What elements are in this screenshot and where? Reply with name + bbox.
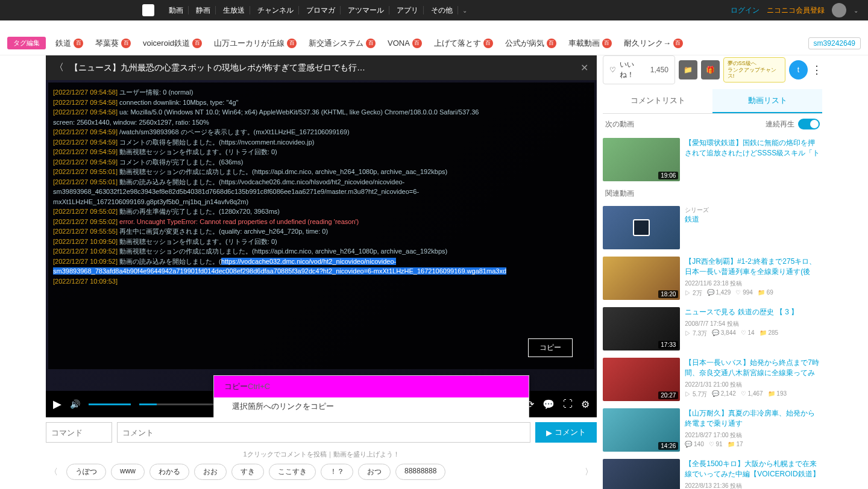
stack-icon [633, 219, 650, 236]
chevron-down-icon[interactable]: ⌄ [854, 7, 858, 14]
back-icon[interactable]: 〈 [54, 61, 64, 74]
video-id-tag[interactable]: sm39242649 [808, 37, 861, 49]
share-icon[interactable]: ⋮ [811, 63, 822, 76]
tag-item[interactable]: 山万ユーカリが丘線 百 [214, 38, 297, 49]
ctx-copy-link[interactable]: 選択箇所へのリンクをコピー [214, 397, 529, 416]
side-tabs: コメントリスト 動画リスト [603, 89, 822, 114]
related-video-item[interactable]: 17:33 ニュースで見る 鉄道の歴史 【 3 】 2008/7/7 17:54… [603, 304, 822, 354]
avatar[interactable] [832, 3, 846, 17]
tag-item[interactable]: voiceroid鉄道 百 [143, 38, 202, 49]
tag-item[interactable]: 鉄道 百 [55, 38, 83, 49]
video-title: 【ニュース】九州最恐の心霊スポットの現地レポが怖すぎて霊感ゼロでも行… [70, 63, 580, 73]
volume-slider[interactable] [89, 403, 131, 405]
tag-item[interactable]: 耐久リンク→ 百 [624, 38, 683, 49]
gear-icon[interactable]: ⚙ [581, 399, 590, 410]
series-item[interactable]: シリーズ鉄道 [603, 202, 822, 253]
next-video-label: 次の動画 [605, 119, 634, 129]
suggestion-chip[interactable]: わかる [149, 464, 189, 480]
chevron-left-icon[interactable]: 〈 [46, 467, 61, 478]
suggestion-chip[interactable]: 88888888 [395, 464, 445, 480]
volume-icon[interactable]: 🔊 [70, 399, 80, 409]
suggestion-chip[interactable]: ！？ [321, 464, 353, 480]
tag-item[interactable]: 琴葉葵 百 [95, 38, 131, 49]
tag-bar: タグ編集 鉄道 百琴葉葵 百voiceroid鉄道 百山万ユーカリが丘線 百新交… [0, 31, 868, 55]
tag-item[interactable]: 上げて落とす 百 [434, 38, 493, 49]
ctx-copy[interactable]: コピーCtrl+C [214, 376, 529, 397]
nav-link[interactable]: アプリ [392, 6, 424, 14]
tab-video-list[interactable]: 動画リスト [712, 89, 822, 113]
related-video-item[interactable]: 18:20 【JR西全制覇】#1-2:終着まで275キロ、日本一長い普通列車を全… [603, 253, 822, 304]
nav-link[interactable]: その他 [426, 6, 458, 14]
suggestion-chip[interactable]: うぽつ [66, 464, 106, 480]
ctx-goto[interactable]: https://vodcache032.dmc.nico/vod/ht2_nic… [214, 416, 529, 417]
related-video-item[interactable]: 29:23 【全長1500キロ】大阪から札幌まで在来線でいってみた中編【VOIC… [603, 455, 822, 489]
related-label: 関連動画 [603, 185, 822, 202]
twitter-icon[interactable]: t [789, 60, 808, 79]
folder-icon[interactable]: 📁 [679, 60, 697, 79]
comment-suggestions: 〈 うぽつwwwわかるおおすきここすき！？おつ88888888 〉 [46, 461, 597, 482]
context-menu: コピーCtrl+C 選択箇所へのリンクをコピー https://vodcache… [213, 375, 529, 417]
suggestion-chip[interactable]: www [111, 464, 145, 480]
comment-submit[interactable]: ▶ コメント [535, 422, 597, 443]
suggestion-chip[interactable]: すき [231, 464, 264, 480]
next-video-item[interactable]: 19:06 【愛知環状鉄道】国鉄に無能の烙印を押されて追放されたけどSSSS級ス… [603, 134, 822, 185]
nav-link[interactable]: 動画 [164, 6, 189, 14]
play-icon[interactable]: ▶ [53, 397, 61, 411]
autoplay-toggle[interactable] [798, 119, 820, 129]
tag-item[interactable]: 公式が病気 百 [505, 38, 556, 49]
copy-button[interactable]: コピー [528, 338, 573, 357]
nav-link[interactable]: 静画 [191, 6, 216, 14]
fullscreen-icon[interactable]: ⛶ [563, 399, 573, 410]
rankup-badge[interactable]: 夢のSS級へ ランクアップチャンス! [723, 57, 785, 83]
tag-item[interactable]: 車載動画 百 [568, 38, 612, 49]
chevron-right-icon[interactable]: 〉 [581, 467, 597, 478]
comment-input[interactable] [117, 422, 530, 443]
nav-link[interactable]: アツマール [343, 6, 389, 14]
debug-console: [2022/12/27 09:54:58] ユーザー情報: 0 (normal)… [48, 83, 594, 369]
like-button[interactable]: ♡ いいね！1,450 [603, 55, 675, 84]
action-row: ♡ いいね！1,450 📁 🎁 夢のSS級へ ランクアップチャンス! t ⋮ [603, 55, 822, 89]
top-nav: 動画静画生放送チャンネルブロマガアツマールアプリその他 ⌄ ログイン ニコニコ会… [0, 0, 868, 20]
comment-hint: 1クリックでコメントを投稿｜動画を盛り上げよう！ [46, 447, 597, 461]
command-input[interactable] [46, 422, 112, 443]
comment-form: ▶ コメント [46, 417, 597, 447]
logo-icon[interactable] [142, 4, 154, 16]
nav-link[interactable]: ブロマガ [301, 6, 341, 14]
tag-item[interactable]: VONA 百 [388, 38, 422, 49]
close-icon[interactable]: ✕ [580, 62, 588, 73]
tag-edit-button[interactable]: タグ編集 [7, 37, 46, 49]
related-video-item[interactable]: 14:26 【山万耐久】真夏の非冷房車、始発から終電まで乗り通す 2021/8/… [603, 405, 822, 455]
tab-comment-list[interactable]: コメントリスト [603, 89, 712, 113]
login-link[interactable]: ログイン [731, 5, 760, 16]
gift-icon[interactable]: 🎁 [701, 60, 720, 79]
nav-link[interactable]: チャンネル [253, 6, 299, 14]
suggestion-chip[interactable]: おお [194, 464, 227, 480]
related-video-item[interactable]: 20:27 【日本一長いバス】始発から終点まで7時間、奈良交通八木新宮線に全線乗… [603, 354, 822, 405]
player-header: 〈 【ニュース】九州最恐の心霊スポットの現地レポが怖すぎて霊感ゼロでも行… ✕ [46, 55, 597, 80]
comment-icon[interactable]: 💬 [542, 399, 555, 410]
nav-link[interactable]: 生放送 [218, 6, 250, 14]
suggestion-chip[interactable]: おつ [358, 464, 391, 480]
register-link[interactable]: ニコニコ会員登録 [767, 5, 825, 16]
video-player: [2022/12/27 09:54:58] ユーザー情報: 0 (normal)… [46, 80, 597, 417]
suggestion-chip[interactable]: ここすき [269, 464, 316, 480]
tag-item[interactable]: 新交通システム 百 [309, 38, 376, 49]
